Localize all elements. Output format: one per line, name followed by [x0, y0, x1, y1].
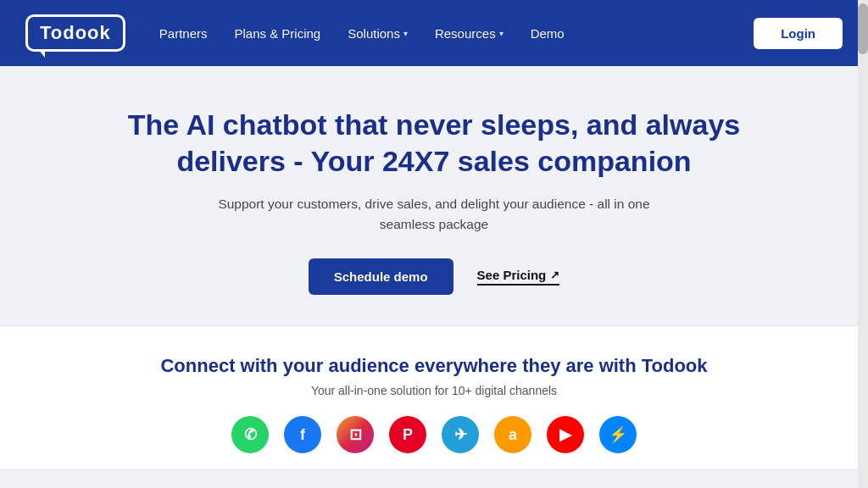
connect-title: Connect with your audience everywhere th… [17, 355, 851, 377]
hero-section: The AI chatbot that never sleeps, and al… [0, 66, 868, 325]
logo-text: Todook [40, 22, 111, 43]
resources-chevron-icon: ▾ [499, 29, 504, 38]
cta-buttons: Schedule demo See Pricing ↗ [17, 258, 851, 295]
channel-icon-instagram[interactable]: ⊡ [337, 416, 374, 453]
scrollbar-thumb [858, 3, 868, 54]
page-wrapper: Todook Partners Plans & Pricing Solution… [0, 0, 868, 488]
channel-icon-messenger[interactable]: ⚡ [599, 416, 637, 453]
hero-subtitle: Support your customers, drive sales, and… [214, 194, 654, 235]
nav-plans-pricing[interactable]: Plans & Pricing [235, 26, 321, 41]
see-pricing-label: See Pricing [477, 268, 547, 282]
channel-icon-pinterest[interactable]: P [389, 416, 426, 453]
hero-title: The AI chatbot that never sleeps, and al… [103, 107, 765, 179]
solutions-chevron-icon: ▾ [403, 29, 408, 38]
connect-subtitle: Your all-in-one solution for 10+ digital… [17, 384, 851, 397]
arrow-icon: ↗ [550, 269, 559, 281]
nav-solutions[interactable]: Solutions ▾ [348, 26, 408, 41]
see-pricing-link[interactable]: See Pricing ↗ [477, 268, 560, 286]
login-button[interactable]: Login [754, 18, 843, 49]
channel-icon-telegram[interactable]: ✈ [442, 416, 479, 453]
navbar: Todook Partners Plans & Pricing Solution… [0, 0, 868, 66]
schedule-demo-button[interactable]: Schedule demo [309, 258, 453, 295]
nav-links: Partners Plans & Pricing Solutions ▾ Res… [159, 26, 754, 41]
channel-icon-facebook[interactable]: f [284, 416, 321, 453]
logo[interactable]: Todook [25, 14, 125, 52]
channel-icon-youtube[interactable]: ▶ [547, 416, 584, 453]
channel-icon-whatsapp[interactable]: ✆ [231, 416, 269, 453]
connect-section: Connect with your audience everywhere th… [0, 325, 868, 469]
logo-box: Todook [25, 14, 125, 52]
channel-icons: ✆f⊡P✈a▶⚡ [17, 416, 851, 453]
nav-demo[interactable]: Demo [531, 26, 565, 41]
scrollbar[interactable] [858, 0, 868, 488]
nav-partners[interactable]: Partners [159, 26, 208, 41]
nav-resources[interactable]: Resources ▾ [435, 26, 504, 41]
channel-icon-amazon[interactable]: a [494, 416, 531, 453]
